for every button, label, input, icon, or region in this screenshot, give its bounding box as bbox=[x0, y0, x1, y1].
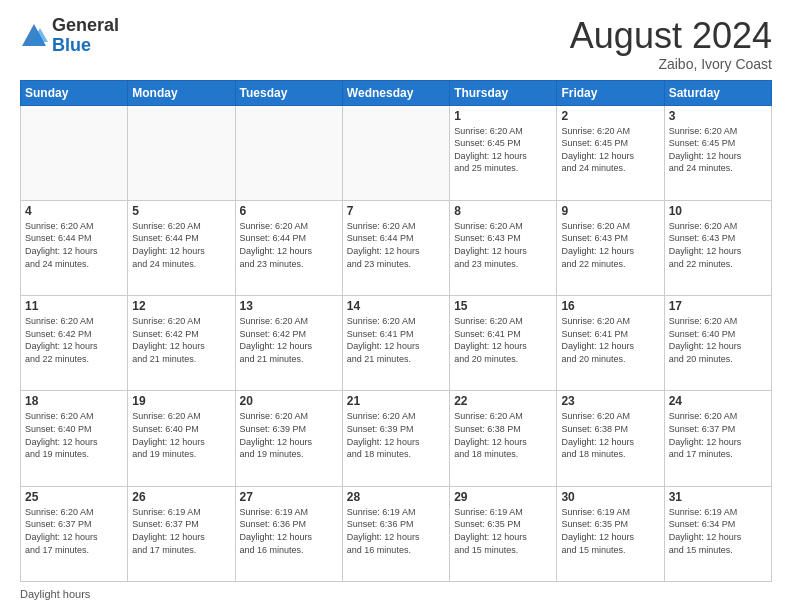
day-number: 13 bbox=[240, 299, 338, 313]
day-info: Sunrise: 6:20 AM Sunset: 6:41 PM Dayligh… bbox=[454, 315, 552, 365]
weekday-header: Wednesday bbox=[342, 80, 449, 105]
calendar-cell bbox=[128, 105, 235, 200]
day-info: Sunrise: 6:20 AM Sunset: 6:38 PM Dayligh… bbox=[561, 410, 659, 460]
day-info: Sunrise: 6:20 AM Sunset: 6:43 PM Dayligh… bbox=[669, 220, 767, 270]
calendar-cell: 8Sunrise: 6:20 AM Sunset: 6:43 PM Daylig… bbox=[450, 200, 557, 295]
calendar-cell: 13Sunrise: 6:20 AM Sunset: 6:42 PM Dayli… bbox=[235, 296, 342, 391]
subtitle: Zaibo, Ivory Coast bbox=[570, 56, 772, 72]
day-number: 12 bbox=[132, 299, 230, 313]
day-number: 22 bbox=[454, 394, 552, 408]
day-info: Sunrise: 6:20 AM Sunset: 6:44 PM Dayligh… bbox=[25, 220, 123, 270]
daylight-label: Daylight hours bbox=[20, 588, 90, 600]
day-number: 30 bbox=[561, 490, 659, 504]
calendar-cell: 16Sunrise: 6:20 AM Sunset: 6:41 PM Dayli… bbox=[557, 296, 664, 391]
logo-icon bbox=[20, 22, 48, 50]
logo-blue: Blue bbox=[52, 36, 119, 56]
calendar-week-row: 18Sunrise: 6:20 AM Sunset: 6:40 PM Dayli… bbox=[21, 391, 772, 486]
day-info: Sunrise: 6:20 AM Sunset: 6:42 PM Dayligh… bbox=[25, 315, 123, 365]
calendar-cell: 3Sunrise: 6:20 AM Sunset: 6:45 PM Daylig… bbox=[664, 105, 771, 200]
logo-general: General bbox=[52, 16, 119, 36]
calendar-cell: 20Sunrise: 6:20 AM Sunset: 6:39 PM Dayli… bbox=[235, 391, 342, 486]
calendar-week-row: 4Sunrise: 6:20 AM Sunset: 6:44 PM Daylig… bbox=[21, 200, 772, 295]
day-number: 4 bbox=[25, 204, 123, 218]
calendar-cell: 10Sunrise: 6:20 AM Sunset: 6:43 PM Dayli… bbox=[664, 200, 771, 295]
day-info: Sunrise: 6:19 AM Sunset: 6:36 PM Dayligh… bbox=[240, 506, 338, 556]
day-number: 1 bbox=[454, 109, 552, 123]
day-number: 6 bbox=[240, 204, 338, 218]
day-info: Sunrise: 6:20 AM Sunset: 6:40 PM Dayligh… bbox=[669, 315, 767, 365]
calendar-week-row: 1Sunrise: 6:20 AM Sunset: 6:45 PM Daylig… bbox=[21, 105, 772, 200]
day-info: Sunrise: 6:20 AM Sunset: 6:45 PM Dayligh… bbox=[561, 125, 659, 175]
day-number: 10 bbox=[669, 204, 767, 218]
logo: General Blue bbox=[20, 16, 119, 56]
day-number: 19 bbox=[132, 394, 230, 408]
weekday-header: Thursday bbox=[450, 80, 557, 105]
calendar-cell: 24Sunrise: 6:20 AM Sunset: 6:37 PM Dayli… bbox=[664, 391, 771, 486]
day-info: Sunrise: 6:20 AM Sunset: 6:41 PM Dayligh… bbox=[561, 315, 659, 365]
calendar-cell: 19Sunrise: 6:20 AM Sunset: 6:40 PM Dayli… bbox=[128, 391, 235, 486]
day-number: 14 bbox=[347, 299, 445, 313]
calendar-cell: 6Sunrise: 6:20 AM Sunset: 6:44 PM Daylig… bbox=[235, 200, 342, 295]
page: General Blue August 2024 Zaibo, Ivory Co… bbox=[0, 0, 792, 612]
day-number: 17 bbox=[669, 299, 767, 313]
calendar-cell: 12Sunrise: 6:20 AM Sunset: 6:42 PM Dayli… bbox=[128, 296, 235, 391]
day-number: 29 bbox=[454, 490, 552, 504]
day-info: Sunrise: 6:20 AM Sunset: 6:40 PM Dayligh… bbox=[132, 410, 230, 460]
calendar-cell: 23Sunrise: 6:20 AM Sunset: 6:38 PM Dayli… bbox=[557, 391, 664, 486]
calendar-cell: 5Sunrise: 6:20 AM Sunset: 6:44 PM Daylig… bbox=[128, 200, 235, 295]
calendar-cell: 4Sunrise: 6:20 AM Sunset: 6:44 PM Daylig… bbox=[21, 200, 128, 295]
title-block: August 2024 Zaibo, Ivory Coast bbox=[570, 16, 772, 72]
day-number: 2 bbox=[561, 109, 659, 123]
day-info: Sunrise: 6:19 AM Sunset: 6:35 PM Dayligh… bbox=[561, 506, 659, 556]
day-info: Sunrise: 6:20 AM Sunset: 6:39 PM Dayligh… bbox=[347, 410, 445, 460]
day-info: Sunrise: 6:20 AM Sunset: 6:37 PM Dayligh… bbox=[669, 410, 767, 460]
day-number: 21 bbox=[347, 394, 445, 408]
day-info: Sunrise: 6:19 AM Sunset: 6:35 PM Dayligh… bbox=[454, 506, 552, 556]
calendar-cell: 25Sunrise: 6:20 AM Sunset: 6:37 PM Dayli… bbox=[21, 486, 128, 581]
day-number: 8 bbox=[454, 204, 552, 218]
day-number: 18 bbox=[25, 394, 123, 408]
calendar-cell: 27Sunrise: 6:19 AM Sunset: 6:36 PM Dayli… bbox=[235, 486, 342, 581]
calendar-cell: 11Sunrise: 6:20 AM Sunset: 6:42 PM Dayli… bbox=[21, 296, 128, 391]
logo-text: General Blue bbox=[52, 16, 119, 56]
day-number: 31 bbox=[669, 490, 767, 504]
day-info: Sunrise: 6:20 AM Sunset: 6:42 PM Dayligh… bbox=[132, 315, 230, 365]
day-number: 3 bbox=[669, 109, 767, 123]
calendar-cell: 17Sunrise: 6:20 AM Sunset: 6:40 PM Dayli… bbox=[664, 296, 771, 391]
day-number: 28 bbox=[347, 490, 445, 504]
day-info: Sunrise: 6:20 AM Sunset: 6:44 PM Dayligh… bbox=[240, 220, 338, 270]
weekday-header: Monday bbox=[128, 80, 235, 105]
calendar-cell: 15Sunrise: 6:20 AM Sunset: 6:41 PM Dayli… bbox=[450, 296, 557, 391]
day-number: 9 bbox=[561, 204, 659, 218]
calendar-cell: 30Sunrise: 6:19 AM Sunset: 6:35 PM Dayli… bbox=[557, 486, 664, 581]
calendar-cell: 1Sunrise: 6:20 AM Sunset: 6:45 PM Daylig… bbox=[450, 105, 557, 200]
calendar-cell: 31Sunrise: 6:19 AM Sunset: 6:34 PM Dayli… bbox=[664, 486, 771, 581]
day-info: Sunrise: 6:19 AM Sunset: 6:37 PM Dayligh… bbox=[132, 506, 230, 556]
weekday-header: Friday bbox=[557, 80, 664, 105]
calendar-table: SundayMondayTuesdayWednesdayThursdayFrid… bbox=[20, 80, 772, 582]
day-info: Sunrise: 6:20 AM Sunset: 6:44 PM Dayligh… bbox=[347, 220, 445, 270]
calendar-week-row: 11Sunrise: 6:20 AM Sunset: 6:42 PM Dayli… bbox=[21, 296, 772, 391]
calendar-cell: 9Sunrise: 6:20 AM Sunset: 6:43 PM Daylig… bbox=[557, 200, 664, 295]
day-info: Sunrise: 6:20 AM Sunset: 6:39 PM Dayligh… bbox=[240, 410, 338, 460]
weekday-row: SundayMondayTuesdayWednesdayThursdayFrid… bbox=[21, 80, 772, 105]
footer: Daylight hours bbox=[20, 588, 772, 600]
header: General Blue August 2024 Zaibo, Ivory Co… bbox=[20, 16, 772, 72]
day-number: 26 bbox=[132, 490, 230, 504]
calendar-body: 1Sunrise: 6:20 AM Sunset: 6:45 PM Daylig… bbox=[21, 105, 772, 581]
day-info: Sunrise: 6:20 AM Sunset: 6:38 PM Dayligh… bbox=[454, 410, 552, 460]
calendar-header: SundayMondayTuesdayWednesdayThursdayFrid… bbox=[21, 80, 772, 105]
day-info: Sunrise: 6:20 AM Sunset: 6:43 PM Dayligh… bbox=[561, 220, 659, 270]
day-number: 23 bbox=[561, 394, 659, 408]
weekday-header: Sunday bbox=[21, 80, 128, 105]
calendar-cell: 2Sunrise: 6:20 AM Sunset: 6:45 PM Daylig… bbox=[557, 105, 664, 200]
day-info: Sunrise: 6:20 AM Sunset: 6:44 PM Dayligh… bbox=[132, 220, 230, 270]
calendar-cell: 14Sunrise: 6:20 AM Sunset: 6:41 PM Dayli… bbox=[342, 296, 449, 391]
day-number: 7 bbox=[347, 204, 445, 218]
weekday-header: Saturday bbox=[664, 80, 771, 105]
calendar-cell: 29Sunrise: 6:19 AM Sunset: 6:35 PM Dayli… bbox=[450, 486, 557, 581]
day-number: 5 bbox=[132, 204, 230, 218]
day-number: 25 bbox=[25, 490, 123, 504]
day-info: Sunrise: 6:20 AM Sunset: 6:42 PM Dayligh… bbox=[240, 315, 338, 365]
calendar-cell bbox=[342, 105, 449, 200]
